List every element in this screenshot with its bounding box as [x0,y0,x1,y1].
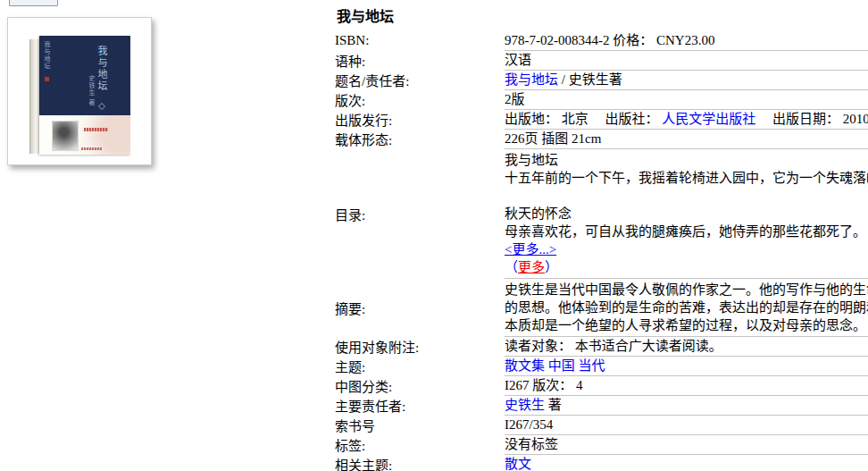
value-text: 读者对象： 本书适合广大读者阅读。 [505,339,722,353]
details-table-body: ISBN:978-7-02-008344-2 价格： CNY23.00语种:汉语… [335,31,868,471]
value-line: 我与地坛 / 史铁生著 [505,71,868,89]
toc-more-link-alt[interactable]: 更多 [518,260,545,274]
value-text: 226页 插图 21cm [505,131,601,146]
cover-bottom-panel [39,115,130,155]
author-photo [52,121,79,151]
value-text: 母亲喜欢花，可自从我的腿瘫痪后，她侍弄的那些花都死了。 [505,224,866,239]
detail-row: ISBN:978-7-02-008344-2 价格： CNY23.00 [335,31,868,51]
toc-more-link-alt[interactable]: （ [505,260,518,274]
value-line: （更多） [505,258,868,276]
field-label: 相关主题: [335,455,505,471]
value-line: 秋天的怀念 [505,205,868,223]
field-label: 中图分类: [335,376,505,396]
toc-more-link[interactable]: <更多...> [505,242,556,257]
value-text: I267 版次： 4 [505,378,583,392]
field-label: 主要责任者: [335,396,505,416]
detail-row: 目录:我与地坛十五年前的一个下午，我摇着轮椅进入园中，它为一个失魂落魄 秋天的怀… [335,149,868,279]
field-label: 标签: [335,435,505,455]
detail-row: 标签:没有标签 [335,435,868,455]
value-text: 我与地坛 [505,153,558,167]
value-text: 没有标签 [505,437,558,451]
field-value: 史铁生是当代中国最令人敬佩的作家之一。他的写作与他的生命的思想。他体验到的是生命… [505,279,868,337]
value-line: 我与地坛 [505,151,868,169]
field-label: 语种: [335,51,505,71]
value-text [505,189,508,203]
field-label: 目录: [335,149,505,279]
publisher-link[interactable]: 人民文学出版社 [662,112,755,126]
detail-row: 版次:2版 [335,90,868,110]
value-text: 十五年前的一个下午，我摇着轮椅进入园中，它为一个失魂落魄 [505,171,868,185]
detail-row: 题名/责任者:我与地坛 / 史铁生著 [335,71,868,90]
field-value: 226页 插图 21cm [505,130,868,149]
book-details-panel: 我与地坛 ISBN:978-7-02-008344-2 价格： CNY23.00… [335,0,868,471]
value-line: 散文集 中国 当代 [505,357,868,375]
detail-row: 索书号I267/354 [335,416,868,435]
cover-emblem [98,103,105,110]
value-line: 2版 [505,90,868,109]
book-cover-image: 我与地坛 我与地坛 史铁生 著 [29,36,130,155]
value-line [505,187,868,205]
value-line: 史铁生 著 [505,396,868,415]
opac-book-detail-page: { "window": { "heading": "我与地坛" }, "colo… [0,0,868,471]
value-line: 母亲喜欢花，可自从我的腿瘫痪后，她侍弄的那些花都死了。 [505,223,868,240]
field-value: 978-7-02-008344-2 价格： CNY23.00 [505,31,868,51]
value-line: 226页 插图 21cm [505,130,868,148]
details-table: ISBN:978-7-02-008344-2 价格： CNY23.00语种:汉语… [335,31,868,471]
cover-corner-title: 我与地坛 [43,41,50,70]
book-front-cover: 我与地坛 我与地坛 史铁生 著 [39,36,130,155]
value-text: 史铁生是当代中国最令人敬佩的作家之一。他的写作与他的生命 [505,282,868,297]
detail-row: 语种:汉语 [335,51,868,71]
value-line: 本质却是一个绝望的人寻求希望的过程，以及对母亲的思念。 [505,316,868,334]
value-line: 史铁生是当代中国最令人敬佩的作家之一。他的写作与他的生命 [505,281,868,299]
value-text: / 史铁生著 [558,72,622,87]
value-line: 读者对象： 本书适合广大读者阅读。 [505,337,868,356]
value-line: I267/354 [505,416,868,434]
field-value: 散文 [505,455,868,471]
detail-row: 主要责任者:史铁生 著 [335,396,868,416]
value-text: 汉语 [505,53,531,67]
title-link[interactable]: 我与地坛 [505,72,558,87]
field-value: 读者对象： 本书适合广大读者阅读。 [505,337,868,357]
subject-link[interactable]: 当代 [579,358,605,373]
detail-row: 出版发行:出版地： 北京 出版社： 人民文学出版社 出版日期： 2010 [335,110,868,130]
field-label: 摘要: [335,279,505,337]
value-text: 本质却是一个绝望的人寻求希望的过程，以及对母亲的思念。 [505,318,866,332]
field-label: 题名/责任者: [335,71,505,90]
cover-publisher-mark [81,147,102,150]
field-label: 使用对象附注: [335,337,505,357]
detail-row: 主题:散文集 中国 当代 [335,357,868,376]
value-text: 978-7-02-008344-2 价格： CNY23.00 [505,33,714,47]
subject-link[interactable]: 中国 [548,358,575,373]
cover-top-panel: 我与地坛 我与地坛 史铁生 著 [39,36,130,115]
detail-row: 载体形态:226页 插图 21cm [335,130,868,149]
detail-row: 使用对象附注:读者对象： 本书适合广大读者阅读。 [335,337,868,357]
book-cover-thumbnail[interactable]: 我与地坛 我与地坛 史铁生 著 [7,17,152,165]
detail-row: 相关主题:散文 [335,455,868,471]
related-subject-link[interactable]: 散文 [505,457,531,471]
value-text: I267/354 [505,417,553,432]
field-value: 我与地坛十五年前的一个下午，我摇着轮椅进入园中，它为一个失魂落魄 秋天的怀念母亲… [505,149,868,279]
field-label: 索书号 [335,416,505,435]
field-label: 版次: [335,90,505,110]
field-value: 出版地： 北京 出版社： 人民文学出版社 出版日期： 2010 [505,110,868,130]
subject-link[interactable]: 散文集 [505,358,545,373]
field-value: 散文集 中国 当代 [505,357,868,376]
value-line: 978-7-02-008344-2 价格： CNY23.00 [505,31,868,50]
value-line: 的思想。他体验到的是生命的苦难，表达出的却是存在的明朗和 [505,299,868,316]
field-value: 史铁生 著 [505,396,868,416]
cover-title-text: 我与地坛 [96,46,107,92]
field-label: 出版发行: [335,110,505,130]
field-label: 主题: [335,357,505,376]
cover-author-text: 史铁生 著 [88,75,95,106]
toc-more-link-alt[interactable]: ） [545,260,558,274]
value-text: 出版地： 北京 出版社： [505,112,662,126]
value-text: 的思想。他体验到的是生命的苦难，表达出的却是存在的明朗和 [505,300,868,315]
field-value: I267 版次： 4 [505,376,868,396]
cover-tagline-red-text [84,128,108,131]
field-value: 2版 [505,90,868,110]
value-line: <更多...> [505,240,868,258]
truncated-top-button[interactable] [9,0,58,6]
value-text: 秋天的怀念 [505,206,572,221]
value-text: 2版 [505,92,525,106]
author-link[interactable]: 史铁生 [505,398,545,412]
